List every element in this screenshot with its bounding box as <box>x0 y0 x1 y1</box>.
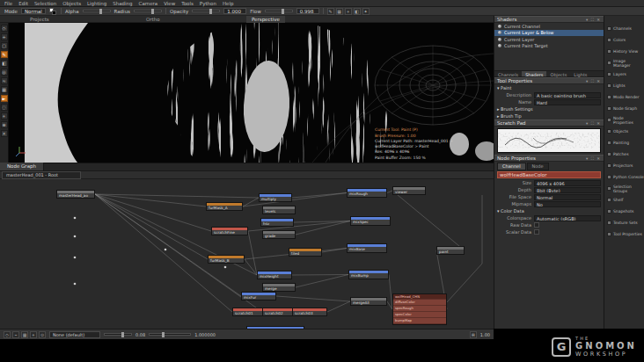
property-select[interactable]: 8bit (Byte) <box>534 187 601 193</box>
graph-node-mergeAll[interactable]: mergeAll <box>350 297 387 306</box>
menu-tools[interactable]: Tools <box>181 0 194 6</box>
paint-group-header[interactable]: ▾ Paint <box>494 84 604 91</box>
graph-node-mixFur[interactable]: mixFur <box>241 292 276 300</box>
property-value-field[interactable]: A basic painting brush <box>534 92 601 98</box>
star-icon[interactable]: ✦ <box>362 8 370 15</box>
node-prop-tab-channel[interactable]: Channel <box>497 163 526 170</box>
palette-button-colors[interactable]: Colors <box>604 34 644 46</box>
node-graph-canvas[interactable]: masterHead_aofurMask_AscratchFinefurMask… <box>0 179 494 329</box>
graph-node-paint[interactable]: paint <box>436 246 465 255</box>
focus-icon[interactable]: ⌖ <box>30 331 37 338</box>
palette-button-modo-render[interactable]: Modo Render <box>604 91 644 103</box>
collapsed-group-brush-settings[interactable]: ▸ Brush Settings <box>494 105 604 112</box>
zoom-tool[interactable]: ⌖ <box>1 112 8 119</box>
node-properties-header[interactable]: Node Properties ▾ ⛶ ✕ <box>494 155 604 162</box>
palette-button-channels[interactable]: Channels <box>604 23 644 34</box>
menu-view[interactable]: View <box>164 0 175 6</box>
palette-button-history-view[interactable]: History View <box>604 46 644 57</box>
node-channel-row[interactable]: specColor <box>393 311 446 317</box>
shader-list-item[interactable]: Current Paint Target <box>494 43 604 50</box>
graph-node-viewer[interactable]: viewer <box>392 186 426 195</box>
footer-slider-2[interactable] <box>149 333 191 336</box>
3d-viewport-canvas[interactable]: Current Tool: Paint (P)Brush Pressure: 1… <box>9 23 494 163</box>
paint-icon[interactable]: ✎ <box>327 8 334 15</box>
pan-tool[interactable]: ⊕ <box>1 121 8 128</box>
move-tool[interactable]: + <box>1 33 8 40</box>
opacity-value[interactable]: 1.000 <box>223 8 246 14</box>
palette-button-patches[interactable]: Patches <box>604 148 644 160</box>
transform-tool[interactable]: ▢ <box>1 42 8 49</box>
shaders-palette-header[interactable]: Shaders ▾ ⛶ ✕ <box>494 16 604 23</box>
menu-selection[interactable]: Selection <box>34 0 56 6</box>
palette-button-selection-groups[interactable]: Selection Groups <box>604 183 644 194</box>
menu-camera[interactable]: Camera <box>139 0 158 6</box>
viewport-tab-projects[interactable]: Projects <box>25 16 55 23</box>
preset-select[interactable]: None (default) <box>49 331 100 338</box>
grid-icon[interactable]: ▦ <box>21 331 28 338</box>
gradient-tool[interactable]: ▦ <box>1 86 8 93</box>
graph-node-levels[interactable]: levels <box>262 206 296 214</box>
graph-node-scratchFine[interactable]: scratchFine <box>211 227 248 235</box>
menu-help[interactable]: Help <box>223 0 234 6</box>
shader-list-item[interactable]: Current Layer <box>494 36 604 43</box>
blur-tool[interactable]: ≈ <box>1 77 8 84</box>
property-checkbox[interactable] <box>534 229 539 235</box>
graph-node-masterHead_ao[interactable]: masterHead_ao <box>56 190 95 199</box>
vector-tool[interactable]: ► <box>1 95 8 102</box>
node-prop-tab-node[interactable]: Node <box>527 163 549 170</box>
grid-icon[interactable]: ▦ <box>336 8 343 15</box>
property-checkbox[interactable] <box>534 222 539 228</box>
color-swatches[interactable] <box>49 8 57 15</box>
mirror-icon[interactable]: ◧ <box>354 8 361 15</box>
menu-edit[interactable]: Edit <box>18 0 28 6</box>
flow-slider[interactable] <box>265 10 293 12</box>
graph-node-tiled[interactable]: tiled <box>289 248 322 257</box>
viewport-tab-perspective[interactable]: Perspective <box>246 16 285 23</box>
tab-objects[interactable]: Objects <box>546 71 570 76</box>
graph-node-mixRough[interactable]: mixRough <box>347 188 387 198</box>
palette-button-objects[interactable]: Objects <box>604 126 644 137</box>
palette-button-tool-properties[interactable]: Tool Properties <box>604 228 644 240</box>
graph-node-mixHeight[interactable]: mixHeight <box>257 271 292 279</box>
graph-node-wolfHead_CHN[interactable]: wolfHead_CHNdiffuseColorspecRoughspecCol… <box>392 293 447 325</box>
menu-shading[interactable]: Shading <box>113 0 132 6</box>
snap-icon[interactable]: ◇ <box>4 331 11 338</box>
property-value-field[interactable]: Hard <box>534 99 601 105</box>
menu-objects[interactable]: Objects <box>62 0 81 6</box>
property-select[interactable]: No <box>534 201 601 207</box>
eyedropper-tool[interactable]: ◌ <box>1 104 8 111</box>
palette-button-lights[interactable]: Lights <box>604 80 644 91</box>
menu-file[interactable]: File <box>4 0 12 6</box>
node-channel-row[interactable]: specRough <box>393 305 446 311</box>
palette-button-snapshots[interactable]: Snapshots <box>604 206 644 217</box>
fit-view-icon[interactable]: ⊞ <box>470 331 477 338</box>
palette-button-node-properties[interactable]: Node Properties <box>604 114 644 126</box>
graph-node-mixBump[interactable]: mixBump <box>348 270 389 279</box>
scratch-pad-header[interactable]: Scratch Pad ▾ ⛶ ✕ <box>494 119 604 127</box>
alpha-slider[interactable] <box>83 10 111 12</box>
mode-select[interactable]: Normal <box>21 8 46 14</box>
shader-list-item[interactable]: Current Layer & Below <box>494 30 604 37</box>
magnet-icon[interactable]: ⌁ <box>12 331 19 338</box>
palette-button-image-manager[interactable]: Image Manager <box>604 57 644 69</box>
property-select[interactable]: Automatic (sRGB) <box>534 215 601 221</box>
tab-channels[interactable]: Channels <box>494 71 522 76</box>
palette-button-layers[interactable]: Layers <box>604 69 644 80</box>
graph-node-mixSpec[interactable]: mixSpec <box>350 216 391 226</box>
palette-button-painting[interactable]: Painting <box>604 137 644 148</box>
scratch-pad-canvas[interactable] <box>497 128 601 153</box>
graph-node-multiply[interactable]: multiply <box>259 193 292 202</box>
eraser-tool[interactable]: ◧ <box>1 60 8 67</box>
node-channel-row[interactable]: bumpMap <box>393 317 446 323</box>
node-graph-tab[interactable]: Node Graph <box>0 163 44 170</box>
color-data-group-header[interactable]: ▾ Color Data <box>494 207 604 214</box>
node-name-field[interactable]: wolfHeadBaseColor <box>497 171 601 178</box>
select-tool[interactable]: ◇ <box>1 25 8 32</box>
flow-value[interactable]: 0.998 <box>296 8 319 14</box>
breadcrumb[interactable]: masterHead_001 - Root <box>2 171 81 179</box>
palette-button-node-graph[interactable]: Node Graph <box>604 103 644 114</box>
graph-node-mixBase[interactable]: mixBase <box>347 243 387 253</box>
graph-node-furMask_A[interactable]: furMask_A <box>206 202 243 211</box>
menu-python[interactable]: Python <box>200 0 216 6</box>
paint-tool[interactable]: ✎ <box>1 51 8 58</box>
